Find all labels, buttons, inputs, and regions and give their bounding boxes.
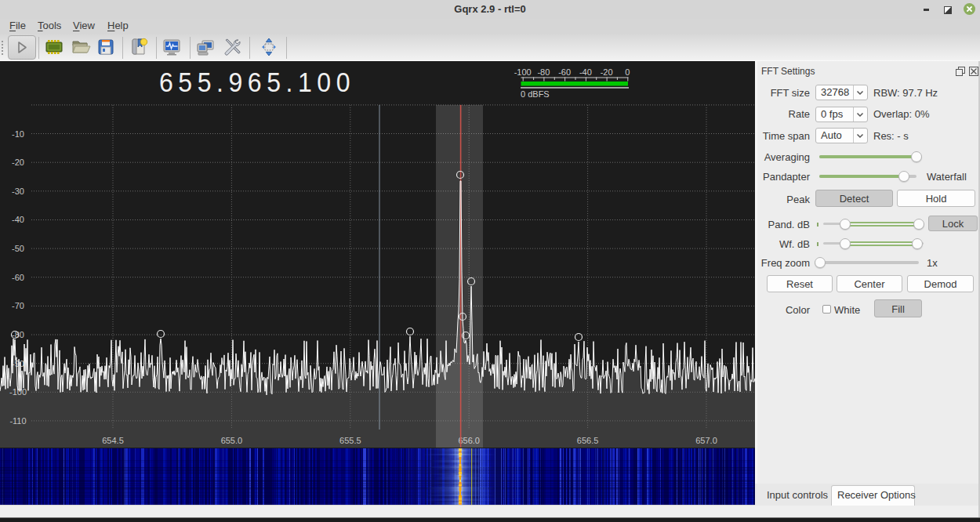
svg-text:-40: -40 <box>12 215 24 224</box>
svg-text:657.0: 657.0 <box>695 436 717 445</box>
svg-text:-60: -60 <box>558 67 571 77</box>
svg-text:-100: -100 <box>514 67 532 77</box>
svg-text:655.965.100: 655.965.100 <box>159 67 355 97</box>
svg-text:655.5: 655.5 <box>339 436 361 445</box>
svg-text:-90: -90 <box>12 359 24 368</box>
svg-text:-110: -110 <box>9 416 26 426</box>
svg-text:-60: -60 <box>12 273 24 282</box>
svg-text:-20: -20 <box>601 67 613 77</box>
svg-text:-50: -50 <box>12 244 24 253</box>
svg-text:-30: -30 <box>12 187 24 196</box>
svg-text:-40: -40 <box>579 67 592 77</box>
svg-text:-80: -80 <box>537 67 550 77</box>
svg-text:-10: -10 <box>12 129 24 139</box>
svg-text:-20: -20 <box>12 158 24 167</box>
svg-text:654.5: 654.5 <box>102 436 124 445</box>
svg-text:0: 0 <box>625 67 630 77</box>
svg-text:0 dBFS: 0 dBFS <box>521 89 550 99</box>
svg-text:655.0: 655.0 <box>221 436 243 445</box>
svg-text:-70: -70 <box>12 301 24 310</box>
svg-text:656.5: 656.5 <box>577 436 599 445</box>
